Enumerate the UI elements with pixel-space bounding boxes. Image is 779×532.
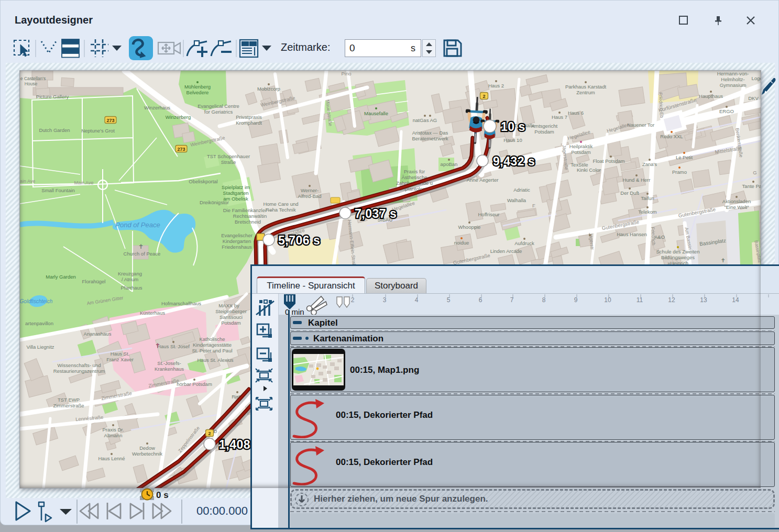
svg-text:0 s: 0 s xyxy=(156,490,169,500)
